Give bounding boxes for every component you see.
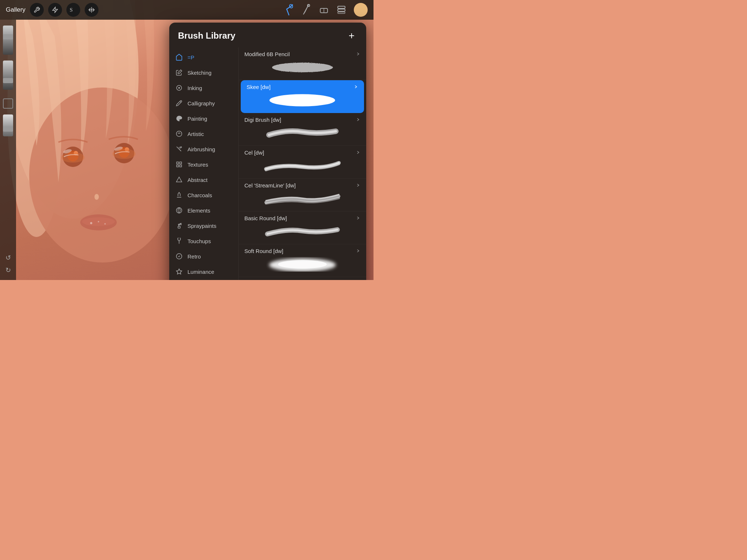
svg-point-31 <box>178 87 180 89</box>
category-item-elements[interactable]: Elements <box>169 203 238 218</box>
category-label-retro: Retro <box>187 253 201 260</box>
cursor-icon <box>88 7 95 13</box>
brush-preview <box>247 92 358 109</box>
svg-line-32 <box>180 101 181 102</box>
category-item-touchups[interactable]: Touchups <box>169 233 238 249</box>
svg-rect-37 <box>180 165 182 167</box>
category-item-sketching[interactable]: Sketching <box>169 65 238 80</box>
svg-marker-39 <box>177 177 182 182</box>
spray-category-icon <box>175 222 183 230</box>
svg-point-14 <box>98 221 99 222</box>
brush-library-panel: Brush Library + =PSketchingInkingCalligr… <box>169 23 366 280</box>
svg-rect-38 <box>177 165 178 167</box>
eraser-tool-icon[interactable] <box>319 5 329 15</box>
modify-button[interactable] <box>48 3 62 17</box>
category-item-luminance[interactable]: Luminance <box>169 264 238 279</box>
svg-marker-30 <box>178 70 182 74</box>
category-item-spraypaints[interactable]: Spraypaints <box>169 218 238 233</box>
pen-tool-icon[interactable] <box>301 4 311 16</box>
svg-rect-41 <box>178 226 180 228</box>
brush-name: Cel 'StreamLine' [dw] <box>244 182 296 188</box>
svg-point-33 <box>177 131 182 137</box>
category-label-luminance: Luminance <box>187 269 214 275</box>
color-slider[interactable] <box>3 114 13 136</box>
brush-name: Modified 6B Pencil <box>244 51 290 57</box>
svg-point-40 <box>177 208 182 213</box>
opacity-slider[interactable] <box>3 26 13 55</box>
category-item-industrial[interactable]: Industrial <box>169 279 238 280</box>
charcoal-category-icon <box>175 191 183 199</box>
gallery-button[interactable]: Gallery <box>6 6 26 13</box>
svg-marker-45 <box>177 269 182 274</box>
shape-button[interactable] <box>3 98 13 109</box>
brush-list: Modified 6B PencilSkee [dw]Digi Brush [d… <box>239 47 366 280</box>
redo-icon[interactable]: ↻ <box>5 266 11 274</box>
svg-point-44 <box>181 223 182 224</box>
artistic-category-icon <box>175 130 183 138</box>
texture-category-icon <box>175 160 183 168</box>
category-item-retro[interactable]: Retro <box>169 249 238 264</box>
brush-item-cel--dw-[interactable]: Cel [dw] <box>239 146 366 179</box>
svg-text:S: S <box>70 7 73 13</box>
category-label-airbrushing: Airbrushing <box>187 146 215 152</box>
brush-item-cel--streamline---dw-[interactable]: Cel 'StreamLine' [dw] <box>239 179 366 211</box>
luminance-category-icon <box>175 268 183 276</box>
svg-point-13 <box>90 222 92 224</box>
category-label-textures: Textures <box>187 162 208 168</box>
brush-chevron-icon <box>356 150 360 156</box>
category-item-charcoals[interactable]: Charcoals <box>169 187 238 203</box>
brush-name: Basic Round [dw] <box>244 215 287 221</box>
category-item-airbrushing[interactable]: Airbrushing <box>169 141 238 157</box>
brush-name: Skee [dw] <box>247 84 271 90</box>
svg-point-15 <box>104 223 106 225</box>
category-label-inking: Inking <box>187 85 202 91</box>
category-item-recent[interactable]: =P <box>169 50 238 65</box>
brush-preview <box>244 124 360 142</box>
category-label-recent: =P <box>187 54 194 61</box>
left-panel: ↺ ↻ <box>0 20 16 280</box>
transform-button[interactable] <box>85 3 98 17</box>
brush-item-skee--dw-[interactable]: Skee [dw] <box>241 80 364 113</box>
svg-rect-28 <box>338 9 345 11</box>
category-item-inking[interactable]: Inking <box>169 80 238 96</box>
undo-icon[interactable]: ↺ <box>5 254 11 262</box>
size-slider[interactable] <box>3 61 13 90</box>
brush-chevron-icon <box>356 248 360 254</box>
category-label-elements: Elements <box>187 207 210 214</box>
category-item-abstract[interactable]: Abstract <box>169 172 238 187</box>
svg-point-48 <box>275 95 330 105</box>
brush-chevron-icon <box>356 51 360 57</box>
brush-preview <box>244 256 360 273</box>
layers-tool-icon[interactable] <box>336 5 347 15</box>
calligraphy-category-icon <box>175 99 183 107</box>
wrench-icon <box>34 7 40 13</box>
category-label-spraypaints: Spraypaints <box>187 223 216 229</box>
add-brush-button[interactable]: + <box>346 30 357 42</box>
pencil-category-icon <box>175 69 183 77</box>
category-label-calligraphy: Calligraphy <box>187 100 215 106</box>
user-avatar[interactable] <box>354 3 368 17</box>
brush-item-digi-paint--dw-[interactable]: Digi Paint [dw] <box>239 277 366 280</box>
brush-preview <box>244 190 360 207</box>
svg-point-43 <box>181 224 182 225</box>
svg-point-16 <box>94 194 99 200</box>
settings-button[interactable] <box>30 3 44 17</box>
svg-rect-29 <box>338 12 345 13</box>
svg-rect-36 <box>180 162 182 164</box>
category-item-textures[interactable]: Textures <box>169 157 238 172</box>
svg-rect-35 <box>177 162 178 164</box>
brush-item-digi-brush--dw-[interactable]: Digi Brush [dw] <box>239 113 366 146</box>
smudge-button[interactable]: S <box>66 3 80 17</box>
category-item-painting[interactable]: Painting <box>169 111 238 126</box>
brush-tool-icon[interactable] <box>284 4 294 16</box>
ink-category-icon <box>175 84 183 92</box>
brush-item-modified-6b-pencil[interactable]: Modified 6B Pencil <box>239 47 366 80</box>
category-item-artistic[interactable]: Artistic <box>169 126 238 141</box>
svg-point-34 <box>181 147 182 148</box>
brush-item-basic-round--dw-[interactable]: Basic Round [dw] <box>239 211 366 244</box>
brush-item-soft-round--dw-[interactable]: Soft Round [dw] <box>239 244 366 277</box>
category-item-calligraphy[interactable]: Calligraphy <box>169 96 238 111</box>
magic-icon <box>52 7 58 13</box>
toolbar-right <box>284 3 368 17</box>
toolbar-left: Gallery S <box>6 3 98 17</box>
